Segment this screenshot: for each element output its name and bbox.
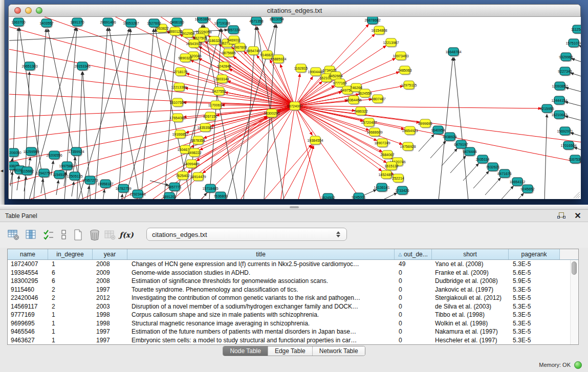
graph-node[interactable]: 1162815 xyxy=(294,64,308,73)
column-header-in_degree[interactable]: in_degree xyxy=(48,249,93,259)
column-header-pagerank[interactable]: pagerank xyxy=(509,249,560,259)
graph-node[interactable]: 1615132 xyxy=(384,162,398,171)
graph-node[interactable]: 1733426 xyxy=(395,186,409,195)
table-vertical-scrollbar[interactable] xyxy=(570,260,578,344)
graph-node[interactable]: 20364456 xyxy=(345,96,361,105)
graph-node[interactable]: 12923448 xyxy=(129,190,145,199)
graph-node[interactable]: 17016504 xyxy=(560,141,576,150)
column-header-year[interactable]: year xyxy=(93,249,127,259)
graph-node[interactable]: 9245652 xyxy=(520,185,534,194)
graph-node[interactable]: 16154808 xyxy=(371,26,387,35)
graph-node[interactable]: 18107554 xyxy=(169,98,185,107)
graph-node[interactable]: 7636809 xyxy=(213,192,227,199)
graph-node[interactable]: 16053809 xyxy=(194,17,210,24)
graph-node[interactable]: 15718485 xyxy=(202,184,218,193)
graph-node[interactable]: 8854749 xyxy=(246,47,260,56)
network-canvas[interactable]: 1872400718300295193845541162815199044486… xyxy=(9,17,581,199)
graph-node[interactable]: 15751074 xyxy=(565,39,581,48)
graph-node[interactable]: 6466160 xyxy=(170,18,184,27)
graph-node[interactable]: 8427552 xyxy=(212,87,226,96)
column-header-out_de[interactable]: △out_de... xyxy=(395,249,432,259)
network-window-titlebar[interactable]: citations_edges.txt xyxy=(9,5,580,17)
table-row[interactable]: 1830029562008Estimation of significance … xyxy=(8,277,578,286)
graph-node[interactable]: 20651303 xyxy=(21,62,37,71)
close-panel-icon[interactable]: ✕ xyxy=(573,212,583,220)
graph-node[interactable]: 12505135 xyxy=(67,172,82,181)
function-builder-icon[interactable]: ƒ(x) xyxy=(120,229,133,241)
graph-node[interactable]: 19958187 xyxy=(97,180,113,189)
graph-node[interactable]: 1112540 xyxy=(571,25,581,34)
graph-node[interactable]: 7486322 xyxy=(354,107,367,116)
minimize-window-button[interactable] xyxy=(25,7,32,14)
close-window-button[interactable] xyxy=(14,7,21,14)
graph-node[interactable]: 18259599 xyxy=(23,147,39,157)
table-row[interactable]: 946362711997Embryonic stem cells: a mode… xyxy=(8,336,578,345)
table-row[interactable]: 946554611997Estimation of the future num… xyxy=(8,327,578,336)
graph-node[interactable]: 12975115 xyxy=(401,81,417,90)
splitter-grip[interactable] xyxy=(290,206,299,208)
graph-node[interactable]: 7632621 xyxy=(486,163,499,172)
graph-node[interactable]: 10653287 xyxy=(123,19,139,28)
graph-node[interactable]: 1824502 xyxy=(321,193,335,199)
scrollbar-thumb[interactable] xyxy=(572,261,577,275)
graph-node[interactable]: 10688609 xyxy=(366,128,382,137)
graph-node[interactable]: 16648784 xyxy=(445,48,461,57)
graph-node[interactable]: 9329966 xyxy=(559,53,573,62)
graph-node[interactable]: 17957273 xyxy=(82,176,98,185)
graph-node[interactable]: 9474444 xyxy=(463,147,476,157)
table-mode-icon[interactable] xyxy=(7,229,20,241)
graph-node[interactable]: 12942757 xyxy=(36,169,52,178)
graph-node[interactable]: 9227343 xyxy=(558,67,572,76)
graph-node[interactable]: 4671358 xyxy=(249,17,263,26)
show-columns-icon[interactable] xyxy=(25,229,38,241)
graph-node[interactable]: 2718176 xyxy=(173,68,187,77)
table-row[interactable]: 2242004622012Investigating the contribut… xyxy=(8,294,578,302)
zoom-window-button[interactable] xyxy=(36,7,42,14)
graph-node[interactable]: 1363700 xyxy=(11,18,25,27)
graph-node[interactable]: 8938924 xyxy=(443,133,456,142)
graph-node[interactable]: 8813054 xyxy=(270,17,284,24)
column-header-title[interactable]: title xyxy=(127,249,395,259)
import-table-icon[interactable] xyxy=(103,229,117,241)
column-header-short[interactable]: short xyxy=(432,249,509,259)
graph-node[interactable]: 12444154 xyxy=(551,96,567,105)
graph-node[interactable]: 26878682 xyxy=(364,17,380,25)
tab-node-table[interactable]: Node Table xyxy=(223,346,268,356)
graph-node[interactable]: 19756928 xyxy=(400,142,416,151)
graph-node[interactable]: 25206050 xyxy=(9,148,21,158)
graph-node[interactable]: 1167530 xyxy=(569,155,581,164)
graph-node[interactable]: 8878354 xyxy=(191,136,205,145)
graph-node[interactable]: 10807487 xyxy=(369,95,385,104)
float-panel-icon[interactable] xyxy=(557,212,568,220)
graph-node[interactable]: 16210643 xyxy=(551,111,567,120)
graph-node[interactable]: 1403557 xyxy=(39,19,53,28)
select-columns-icon[interactable] xyxy=(42,229,55,241)
memory-status-indicator[interactable] xyxy=(574,361,582,369)
graph-node[interactable]: 2935114 xyxy=(476,155,490,164)
graph-node[interactable]: 1154519 xyxy=(53,170,67,180)
row-height-icon[interactable] xyxy=(57,229,71,241)
graph-node[interactable]: 8186328 xyxy=(207,36,221,46)
canvas-resize-grip[interactable] xyxy=(574,192,580,198)
table-selector-combobox[interactable]: citations_edges.txt xyxy=(146,228,347,241)
graph-node[interactable]: 2684067 xyxy=(380,150,394,160)
column-header-name[interactable]: name xyxy=(8,249,48,259)
graph-node[interactable]: 8267150 xyxy=(203,112,217,121)
table-row[interactable]: 977716911998Corpus callosum shape and si… xyxy=(8,311,578,319)
table-row[interactable]: 911546021997Tourette syndrome. Phenomeno… xyxy=(8,286,578,294)
graph-node[interactable]: 10973493 xyxy=(393,52,408,61)
graph-node[interactable]: 1891201 xyxy=(162,192,176,199)
graph-node[interactable]: 11700614 xyxy=(208,101,224,110)
graph-node[interactable]: 10719188 xyxy=(214,19,230,28)
graph-node[interactable]: 9890327 xyxy=(178,54,192,63)
graph-node[interactable]: 20153346 xyxy=(74,62,90,71)
graph-node[interactable]: 8471676 xyxy=(497,169,511,179)
graph-node[interactable]: 1891370 xyxy=(70,18,84,27)
tab-network-table[interactable]: Network Table xyxy=(312,346,365,356)
table-row[interactable]: 1872400712008Changes of HCN gene express… xyxy=(8,260,578,269)
graph-node[interactable]: 19384554 xyxy=(307,136,323,145)
delete-column-icon[interactable] xyxy=(88,229,101,241)
graph-node[interactable]: 8860128 xyxy=(168,27,182,36)
graph-node[interactable]: 14136141 xyxy=(374,183,389,192)
graph-node[interactable]: 14099489 xyxy=(183,160,199,169)
